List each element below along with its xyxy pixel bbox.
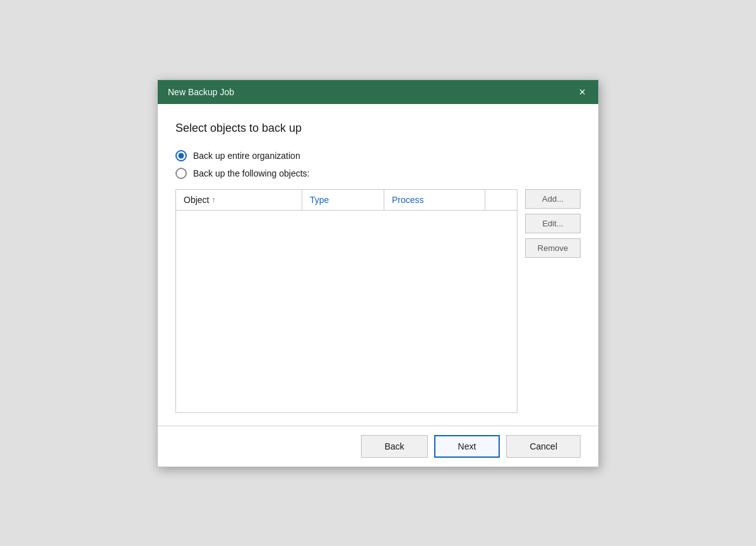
- radio-entire-org[interactable]: Back up entire organization: [175, 150, 581, 161]
- column-header-process[interactable]: Process: [384, 190, 485, 210]
- edit-button[interactable]: Edit...: [525, 214, 581, 233]
- radio-group: Back up entire organization Back up the …: [175, 150, 581, 179]
- remove-button[interactable]: Remove: [525, 238, 581, 258]
- dialog-titlebar: New Backup Job ×: [158, 80, 598, 104]
- column-object-label: Object: [184, 195, 209, 205]
- cancel-button[interactable]: Cancel: [506, 435, 581, 458]
- sort-arrow-icon: ↑: [211, 195, 215, 204]
- radio-entire-org-input[interactable]: [175, 150, 187, 161]
- radio-following-objects-input[interactable]: [175, 168, 187, 179]
- close-button[interactable]: ×: [576, 86, 588, 98]
- table-action-buttons: Add... Edit... Remove: [525, 189, 581, 413]
- dialog-footer: Back Next Cancel: [158, 426, 598, 467]
- column-header-object[interactable]: Object ↑: [176, 190, 302, 210]
- new-backup-job-dialog: New Backup Job × Select objects to back …: [157, 79, 599, 467]
- column-header-extra: [485, 190, 517, 210]
- column-type-label: Type: [310, 195, 329, 205]
- table-area: Object ↑ Type Process Add... Edit...: [175, 189, 581, 413]
- objects-table: Object ↑ Type Process: [175, 189, 517, 413]
- add-button[interactable]: Add...: [525, 189, 581, 209]
- radio-entire-org-label: Back up entire organization: [193, 151, 300, 161]
- radio-following-objects[interactable]: Back up the following objects:: [175, 168, 581, 179]
- table-header: Object ↑ Type Process: [176, 190, 517, 211]
- column-header-type[interactable]: Type: [302, 190, 384, 210]
- table-body: [176, 211, 517, 412]
- radio-following-objects-label: Back up the following objects:: [193, 168, 309, 178]
- column-process-label: Process: [392, 195, 424, 205]
- dialog-body: Select objects to back up Back up entire…: [158, 104, 598, 426]
- dialog-title: New Backup Job: [168, 87, 234, 97]
- next-button[interactable]: Next: [434, 435, 500, 458]
- section-heading: Select objects to back up: [175, 122, 581, 135]
- back-button[interactable]: Back: [361, 435, 427, 458]
